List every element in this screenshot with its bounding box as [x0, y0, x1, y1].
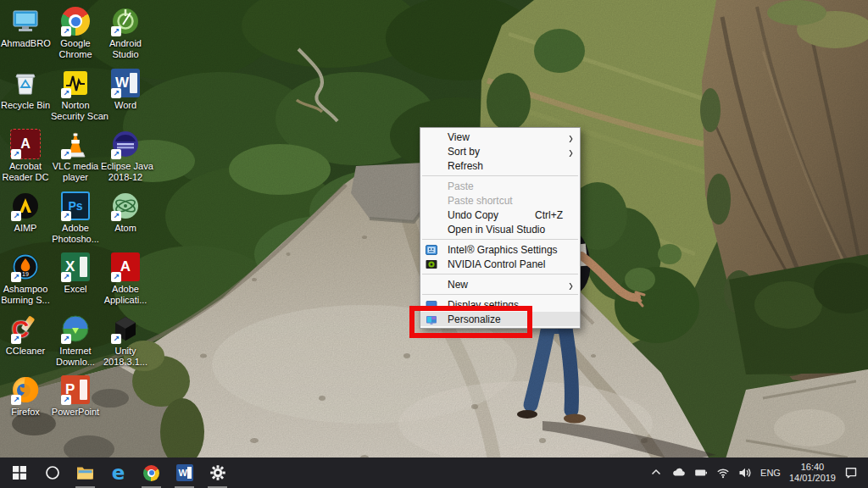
- vlc-cone-icon: ↗: [61, 130, 90, 158]
- shortcut-arrow-icon: ↗: [11, 211, 21, 221]
- shortcut-arrow-icon: ↗: [11, 395, 21, 405]
- desktop-icon-word[interactable]: W↗ Word: [101, 69, 150, 111]
- ashampoo-icon: 19↗: [11, 252, 40, 281]
- system-tray: ENG 16:4014/01/2019: [649, 462, 868, 484]
- taskbar-chrome[interactable]: [135, 458, 168, 488]
- tray-chevron-up-icon[interactable]: [649, 466, 663, 480]
- icon-label: AhmadBRO: [1, 38, 50, 49]
- desktop-icon-photoshop[interactable]: Ps↗ AdobePhotosho...: [51, 191, 100, 245]
- desktop-icon-excel[interactable]: X↗ Excel: [51, 252, 100, 295]
- menu-item-view[interactable]: View›: [420, 130, 580, 144]
- aimp-icon: ↗: [11, 191, 40, 220]
- taskbar-edge[interactable]: e: [102, 458, 135, 488]
- desktop-screen: AhmadBRO ↗ GoogleChrome ↗ AndroidStudio …: [0, 0, 868, 488]
- shortcut-arrow-icon: ↗: [111, 88, 121, 98]
- eclipse-icon: ↗: [111, 130, 140, 158]
- edge-icon: e: [112, 463, 125, 483]
- desktop-icon-ashampoo[interactable]: 19↗ AshampooBurning S...: [1, 252, 50, 306]
- excel-icon: X↗: [61, 252, 90, 281]
- shortcut-arrow-icon: ↗: [11, 334, 21, 344]
- desktop-icon-android-studio[interactable]: ↗ AndroidStudio: [101, 7, 150, 60]
- word-icon: W↗: [111, 69, 140, 97]
- desktop-icon-aimp[interactable]: ↗ AIMP: [1, 191, 50, 234]
- battery-icon[interactable]: [694, 466, 708, 480]
- action-center-icon[interactable]: [844, 466, 858, 480]
- desktop-icon-unity[interactable]: ↗ Unity2018.3.1...: [101, 314, 150, 368]
- menu-item-intel-graphics-settings[interactable]: Intel® Graphics Settings: [420, 242, 580, 257]
- shortcut-arrow-icon: ↗: [11, 149, 21, 159]
- norton-icon: ↗: [61, 69, 90, 97]
- desktop-icon-idm[interactable]: ↗ InternetDownlo...: [51, 314, 100, 368]
- menu-item-refresh[interactable]: Refresh: [420, 158, 580, 173]
- submenu-arrow-icon: ›: [569, 276, 573, 293]
- wifi-icon[interactable]: [716, 466, 730, 480]
- shortcut-arrow-icon: ↗: [111, 26, 121, 36]
- shortcut-arrow-icon: ↗: [61, 88, 71, 98]
- desktop-icon-recycle-bin[interactable]: Recycle Bin: [1, 69, 50, 111]
- desktop-icon-norton[interactable]: ↗ NortonSecurity Scan: [51, 69, 100, 122]
- shortcut-arrow-icon: ↗: [111, 211, 121, 221]
- menu-item-undo-copy[interactable]: Undo CopyCtrl+Z: [420, 208, 580, 222]
- desktop-icon-powerpoint[interactable]: P↗ PowerPoint: [51, 375, 100, 418]
- intel-graphics-icon: [426, 244, 448, 256]
- desktop-icon-firefox[interactable]: ↗ Firefox: [1, 375, 50, 418]
- shortcut-arrow-icon: ↗: [111, 272, 121, 282]
- desktop-icon-acrobat[interactable]: A↗ AcrobatReader DC: [1, 130, 50, 183]
- svg-text:19: 19: [22, 271, 29, 277]
- desktop-icon-ccleaner[interactable]: C↗ CCleaner: [1, 314, 50, 357]
- shortcut-arrow-icon: ↗: [61, 211, 71, 221]
- menu-separator: [422, 239, 578, 240]
- volume-icon[interactable]: [738, 466, 752, 480]
- taskbar-word[interactable]: W: [168, 458, 201, 488]
- menu-separator: [422, 274, 578, 274]
- shortcut-arrow-icon: ↗: [11, 272, 21, 282]
- desktop-icon-atom[interactable]: ↗ Atom: [101, 191, 150, 234]
- taskbar-settings[interactable]: [201, 458, 234, 488]
- photoshop-icon: Ps↗: [61, 191, 90, 220]
- ccleaner-icon: C↗: [11, 314, 40, 343]
- file-explorer-icon: [76, 466, 94, 480]
- clock[interactable]: 16:4014/01/2019: [789, 462, 836, 484]
- menu-item-sort-by[interactable]: Sort by›: [420, 144, 580, 158]
- tray-date: 14/01/2019: [789, 473, 836, 483]
- submenu-arrow-icon: ›: [569, 143, 573, 160]
- powerpoint-icon: P↗: [61, 375, 90, 404]
- taskbar: e W ENG 16:4014/01/2019: [0, 458, 868, 488]
- desktop-icon-google-chrome[interactable]: ↗ GoogleChrome: [51, 7, 100, 60]
- menu-item-open-in-visual-studio[interactable]: Open in Visual Studio: [420, 222, 580, 236]
- desktop-icon-eclipse[interactable]: ↗ Eclipse Java2018-12: [101, 130, 150, 183]
- start-button[interactable]: [3, 458, 36, 488]
- shortcut-arrow-icon: ↗: [111, 149, 121, 159]
- nvidia-icon: [426, 258, 448, 270]
- onedrive-cloud-icon[interactable]: [671, 466, 686, 480]
- menu-item-nvidia-control-panel[interactable]: NVIDIA Control Panel: [420, 257, 580, 271]
- recycle-bin-icon: [11, 69, 40, 97]
- menu-item-new[interactable]: New›: [420, 277, 580, 291]
- shortcut-key: Ctrl+Z: [535, 209, 573, 221]
- desktop-icon-vlc[interactable]: ↗ VLC mediaplayer: [51, 130, 100, 183]
- menu-item-paste-shortcut[interactable]: Paste shortcut: [420, 193, 580, 208]
- this-pc-icon: [11, 7, 40, 36]
- tray-time: 16:40: [801, 462, 825, 472]
- firefox-icon: ↗: [11, 375, 40, 404]
- windows-logo-icon: [13, 466, 26, 480]
- chrome-icon: ↗: [61, 7, 90, 36]
- desktop-icon-this-pc[interactable]: AhmadBRO: [1, 7, 50, 49]
- idm-globe-icon: ↗: [61, 314, 90, 343]
- gear-icon: [210, 465, 225, 480]
- search-circle-icon: [45, 465, 60, 480]
- adobe-icon: A↗: [111, 252, 140, 281]
- menu-separator: [422, 294, 578, 295]
- shortcut-arrow-icon: ↗: [61, 395, 71, 405]
- taskbar-file-explorer[interactable]: [69, 458, 102, 488]
- chrome-icon: [143, 465, 159, 481]
- cortana-search-button[interactable]: [36, 458, 69, 488]
- shortcut-arrow-icon: ↗: [61, 334, 71, 344]
- menu-separator: [422, 175, 578, 176]
- menu-item-paste[interactable]: Paste: [420, 179, 580, 193]
- desktop-icon-adobe-application[interactable]: A↗ AdobeApplicati...: [101, 252, 150, 306]
- acrobat-icon: A↗: [11, 130, 40, 158]
- language-indicator[interactable]: ENG: [760, 468, 781, 478]
- atom-icon: ↗: [111, 191, 140, 220]
- highlight-rectangle: [409, 306, 532, 338]
